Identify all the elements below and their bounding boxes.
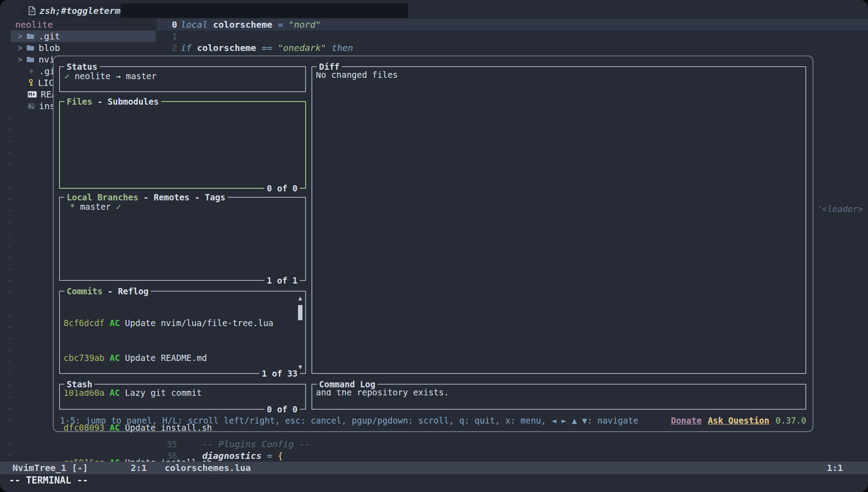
- stash-panel[interactable]: Stash 0 of 0: [59, 384, 306, 410]
- command-log-content: and the repository exists.: [312, 385, 805, 400]
- ask-question-link[interactable]: Ask Question: [708, 416, 769, 425]
- code-line[interactable]: 36diagnostics = {: [157, 450, 868, 462]
- branch-name: master: [126, 71, 157, 81]
- commit-row[interactable]: cbc739ab AC Update README.md: [64, 352, 294, 364]
- status-panel[interactable]: Status ✓ neolite → master: [59, 66, 306, 92]
- stash-panel-title: Stash: [64, 378, 94, 390]
- command-log-title: Command Log: [317, 378, 378, 390]
- folder-icon: [26, 45, 34, 51]
- chevron-right-icon[interactable]: >: [18, 55, 22, 64]
- brace: {: [278, 450, 283, 461]
- commits-counter: 1 of 33: [260, 368, 300, 379]
- version-label: 0.37.0: [775, 416, 806, 425]
- commit-row[interactable]: 8cf6dcdf AC Update nvim/lua/file-tree.lu…: [64, 317, 294, 329]
- check-icon: ✓: [64, 71, 69, 81]
- identifier: diagnostics: [202, 450, 261, 461]
- license-key-icon: [28, 79, 34, 87]
- tree-item-license[interactable]: LIC: [28, 77, 54, 89]
- tree-item-label: .git: [38, 31, 60, 42]
- statusline: NvimTree_1 [-] 2:1 colorschemes.lua 1:1: [0, 462, 868, 474]
- empty-line-markers: ~~~~~~~~~~~~~~~~~~~~~~~~~~~~~~: [6, 112, 12, 461]
- tree-item-label: blob: [38, 42, 60, 53]
- neovim-window: zsh;#toggleterm#1 × neolite > .git > blo…: [0, 0, 868, 492]
- line-number: 36: [157, 450, 181, 462]
- code-line[interactable]: 1: [157, 30, 868, 42]
- mode-indicator: -- TERMINAL --: [9, 474, 88, 487]
- statusline-buffer-name: NvimTree_1 [-]: [13, 462, 88, 474]
- tree-item-label: LIC: [38, 77, 54, 88]
- chevron-right-icon[interactable]: >: [18, 43, 22, 52]
- commit-message: Update README.md: [125, 353, 207, 363]
- commits-scrollbar[interactable]: ▲ ▼: [297, 294, 304, 370]
- terminal-icon: [28, 103, 35, 109]
- commit-hash: cbc739ab: [64, 353, 105, 363]
- commits-panel[interactable]: Commits - Reflog 8cf6dcdf AC Update nvim…: [59, 291, 306, 374]
- keybinding-bar: 1-5: jump to panel, H/L: scroll left/rig…: [60, 413, 806, 428]
- chevron-right-icon[interactable]: >: [18, 32, 22, 41]
- operator: =: [267, 450, 272, 461]
- repo-name: neolite: [75, 71, 111, 81]
- commit-hash: 8cf6dcdf: [64, 318, 105, 328]
- tree-item-blob[interactable]: > blob: [18, 42, 60, 54]
- diff-panel[interactable]: Diff No changed files: [311, 66, 806, 374]
- operator: ==: [262, 42, 272, 53]
- keyword: then: [332, 42, 353, 53]
- branches-panel-title: Local Branches - Remotes - Tags: [64, 191, 228, 203]
- donate-link[interactable]: Donate: [671, 416, 702, 425]
- check-icon: ✓: [116, 202, 121, 212]
- tree-root-folder[interactable]: neolite: [15, 19, 53, 30]
- code-line[interactable]: 35-- Plugins Config --: [157, 438, 868, 450]
- statusline-file-name: colorschemes.lua: [165, 462, 251, 474]
- diff-content: No changed files: [312, 67, 805, 82]
- tabline-fill: [121, 4, 408, 18]
- tab-toggleterm[interactable]: zsh;#toggleterm#1 ×: [21, 4, 121, 18]
- tree-item-install[interactable]: ins: [28, 100, 55, 112]
- scroll-up-icon[interactable]: ▲: [297, 294, 304, 301]
- branches-counter: 1 of 1: [264, 275, 300, 286]
- string-literal: "nord": [289, 19, 321, 30]
- statusline-file-cursor: 1:1: [827, 462, 843, 474]
- command-log-panel[interactable]: Command Log and the repository exists.: [311, 384, 806, 410]
- tree-item-label: nvi: [38, 54, 55, 65]
- files-panel[interactable]: Files - Submodules 0 of 0: [59, 101, 306, 189]
- files-panel-title: Files - Submodules: [64, 96, 161, 107]
- statusline-tree-cursor: 2:1: [131, 462, 147, 474]
- line-number: 1: [157, 30, 181, 42]
- file-icon: [28, 6, 35, 15]
- branch-name: master: [80, 202, 111, 212]
- markdown-icon: [28, 91, 37, 98]
- lazygit-float-window: Status ✓ neolite → master Files - Submod…: [53, 55, 813, 432]
- tree-item-nvim[interactable]: > nvi: [18, 54, 55, 65]
- line-number: 2: [157, 42, 181, 54]
- keyword: if: [181, 42, 191, 53]
- commit-author: AC: [110, 318, 120, 328]
- folder-icon: [26, 33, 34, 39]
- git-icon: [28, 68, 35, 75]
- status-panel-title: Status: [64, 61, 100, 72]
- commits-panel-title: Commits - Reflog: [64, 285, 151, 297]
- folder-icon: [26, 56, 34, 63]
- tree-item-gitignore[interactable]: .gi: [28, 65, 55, 77]
- string-literal: "onedark": [278, 42, 326, 53]
- keybinding-hints: 1-5: jump to panel, H/L: scroll left/rig…: [60, 416, 638, 425]
- code-line[interactable]: 2if colorscheme == "onedark" then: [157, 42, 868, 54]
- code-line-current[interactable]: 0local colorscheme = "nord": [157, 19, 868, 30]
- identifier: colorscheme: [197, 42, 256, 53]
- diff-panel-title: Diff: [317, 61, 342, 72]
- current-branch-star: *: [70, 202, 75, 212]
- comment: -- Plugins Config --: [202, 439, 310, 450]
- tree-item-git[interactable]: > .git: [18, 30, 60, 42]
- commit-message: Update nvim/lua/file-tree.lua: [125, 318, 273, 328]
- arrow-right-icon: →: [115, 71, 120, 81]
- pending-keys-hint: '<leader>: [817, 204, 863, 214]
- branches-panel[interactable]: Local Branches - Remotes - Tags * master…: [59, 197, 306, 281]
- line-number: 35: [157, 438, 181, 450]
- keyword: local: [181, 19, 208, 30]
- identifier: colorscheme: [213, 19, 272, 30]
- commit-author: AC: [110, 353, 120, 363]
- files-counter: 0 of 0: [264, 182, 300, 194]
- scrollbar-thumb[interactable]: [298, 305, 302, 320]
- tab-title: zsh;#toggleterm#1: [39, 5, 131, 16]
- operator: =: [278, 19, 283, 30]
- line-number: 0: [157, 19, 181, 30]
